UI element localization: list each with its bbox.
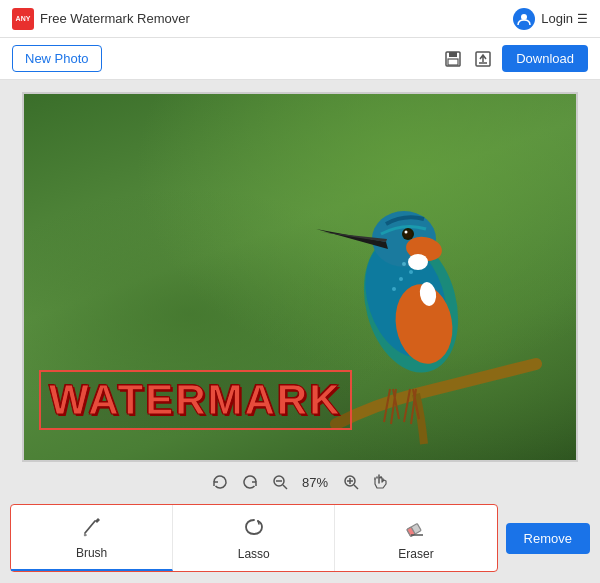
watermark-text: WATERMARK (49, 376, 342, 423)
brush-label: Brush (76, 546, 107, 560)
rotate-left-button[interactable] (208, 470, 232, 494)
image-container: WATERMARK (22, 92, 578, 462)
title-bar: ANY Free Watermark Remover Login ☰ (0, 0, 600, 38)
brush-tool[interactable]: Brush (11, 505, 173, 571)
eraser-tool[interactable]: Eraser (335, 505, 496, 571)
title-bar-left: ANY Free Watermark Remover (12, 8, 190, 30)
app-logo: ANY (12, 8, 34, 30)
export-icon-button[interactable] (472, 48, 494, 70)
save-icon-button[interactable] (442, 48, 464, 70)
lasso-tool[interactable]: Lasso (173, 505, 335, 571)
zoom-in-button[interactable] (339, 470, 363, 494)
zoom-controls: 87% (208, 470, 393, 494)
svg-rect-3 (448, 59, 458, 65)
tools-panel: Brush Lasso (10, 504, 498, 572)
svg-point-0 (521, 14, 527, 20)
lasso-icon (243, 516, 265, 543)
rotate-right-button[interactable] (238, 470, 262, 494)
login-button[interactable]: Login ☰ (541, 11, 588, 26)
zoom-out-button[interactable] (268, 470, 292, 494)
zoom-level: 87% (298, 475, 333, 490)
hand-tool-button[interactable] (369, 470, 393, 494)
svg-rect-2 (449, 52, 457, 57)
eraser-icon (405, 516, 427, 543)
bottom-row: Brush Lasso (10, 504, 590, 572)
toolbar-actions: Download (442, 45, 588, 72)
download-button[interactable]: Download (502, 45, 588, 72)
app-title: Free Watermark Remover (40, 11, 190, 26)
lasso-label: Lasso (238, 547, 270, 561)
svg-line-26 (354, 485, 358, 489)
watermark-overlay: WATERMARK (39, 370, 352, 430)
svg-line-22 (283, 485, 287, 489)
title-bar-right: Login ☰ (513, 8, 588, 30)
brush-icon (81, 515, 103, 542)
toolbar: New Photo Download (0, 38, 600, 80)
new-photo-button[interactable]: New Photo (12, 45, 102, 72)
eraser-label: Eraser (398, 547, 433, 561)
svg-point-16 (399, 277, 403, 281)
user-avatar (513, 8, 535, 30)
svg-point-18 (392, 287, 396, 291)
main-content: WATERMARK 87% (0, 80, 600, 583)
remove-button[interactable]: Remove (506, 523, 590, 554)
svg-point-15 (405, 231, 408, 234)
svg-point-17 (409, 270, 413, 274)
svg-point-19 (402, 262, 406, 266)
svg-point-12 (408, 254, 428, 270)
